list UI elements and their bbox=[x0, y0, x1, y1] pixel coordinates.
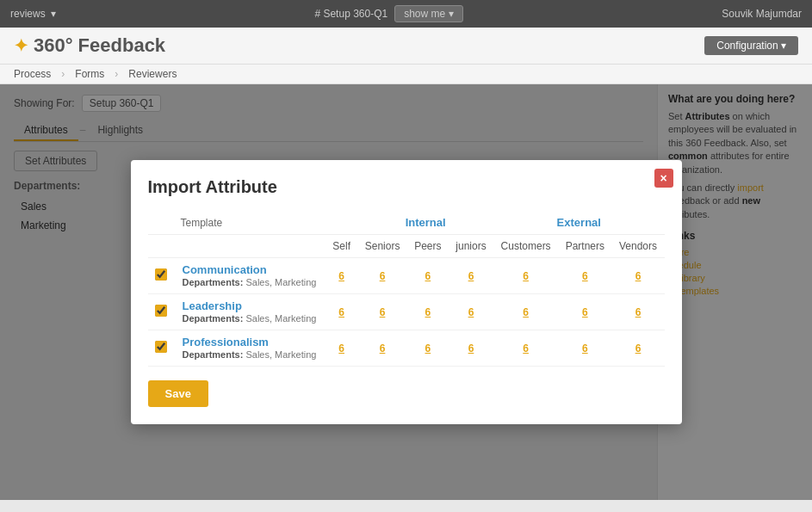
seniors-value[interactable]: 6 bbox=[357, 258, 407, 294]
template-col-header: Template bbox=[174, 211, 326, 235]
template-name[interactable]: Communication bbox=[183, 263, 319, 276]
self-value[interactable]: 6 bbox=[325, 294, 357, 330]
checkbox-col-header bbox=[148, 211, 174, 235]
configuration-button[interactable]: Configuration ▾ bbox=[704, 36, 798, 55]
juniors-value[interactable]: 6 bbox=[449, 330, 493, 367]
vendors-header: Vendors bbox=[611, 235, 664, 258]
app-title: ✦ 360° Feedback bbox=[14, 34, 165, 57]
nav-forms[interactable]: Forms bbox=[75, 68, 104, 80]
checkbox-sub-header bbox=[148, 235, 174, 258]
app-title-text: 360° Feedback bbox=[34, 34, 165, 57]
template-name-cell: Leadership Departments: Sales, Marketing bbox=[174, 294, 326, 330]
partners-header: Partners bbox=[558, 235, 611, 258]
peers-value[interactable]: 6 bbox=[407, 258, 449, 294]
row-checkbox[interactable] bbox=[155, 268, 167, 281]
partners-value[interactable]: 6 bbox=[558, 258, 611, 294]
seniors-header: Seniors bbox=[357, 235, 407, 258]
modal-title: Import Attribute bbox=[148, 177, 665, 197]
show-me-button[interactable]: show me ▾ bbox=[394, 5, 462, 22]
vendors-value[interactable]: 6 bbox=[611, 258, 664, 294]
seniors-value[interactable]: 6 bbox=[357, 294, 407, 330]
row-checkbox-cell bbox=[148, 330, 174, 367]
template-name[interactable]: Leadership bbox=[183, 299, 319, 312]
peers-value[interactable]: 6 bbox=[407, 294, 449, 330]
nav-process[interactable]: Process bbox=[14, 68, 51, 80]
customers-header: Customers bbox=[493, 235, 558, 258]
gear-icon: ✦ bbox=[14, 35, 28, 56]
table-row: Leadership Departments: Sales, Marketing… bbox=[148, 294, 665, 330]
reviews-arrow: ▾ bbox=[51, 8, 56, 20]
setup-label: # Setup 360-Q1 bbox=[314, 8, 387, 20]
customers-value[interactable]: 6 bbox=[493, 258, 558, 294]
user-name: Souvik Majumdar bbox=[722, 8, 802, 20]
partners-value[interactable]: 6 bbox=[558, 330, 611, 367]
internal-group-header: Internal bbox=[357, 211, 493, 235]
row-checkbox[interactable] bbox=[155, 305, 167, 317]
self-value[interactable]: 6 bbox=[325, 258, 357, 294]
sub-nav: Process › Forms › Reviewers bbox=[0, 65, 812, 84]
partners-value[interactable]: 6 bbox=[558, 294, 611, 330]
template-depts: Departments: Sales, Marketing bbox=[183, 313, 317, 324]
top-bar: reviews ▾ # Setup 360-Q1 show me ▾ Souvi… bbox=[0, 0, 812, 28]
row-checkbox-cell bbox=[148, 294, 174, 330]
vendors-value[interactable]: 6 bbox=[611, 294, 664, 330]
modal-close-button[interactable]: × bbox=[654, 169, 673, 188]
table-row: Communication Departments: Sales, Market… bbox=[148, 258, 665, 294]
main-header: ✦ 360° Feedback Configuration ▾ bbox=[0, 28, 812, 65]
attributes-table: Template Internal External Self Seniors … bbox=[148, 211, 665, 367]
juniors-value[interactable]: 6 bbox=[449, 294, 493, 330]
reviews-link[interactable]: reviews bbox=[10, 8, 46, 20]
peers-header: Peers bbox=[407, 235, 449, 258]
template-name-cell: Communication Departments: Sales, Market… bbox=[174, 258, 326, 294]
import-attribute-modal: × Import Attribute Template Internal Ext… bbox=[131, 160, 682, 424]
template-depts: Departments: Sales, Marketing bbox=[183, 277, 317, 287]
save-button[interactable]: Save bbox=[148, 380, 208, 407]
self-col-header bbox=[325, 211, 357, 235]
customers-value[interactable]: 6 bbox=[493, 294, 558, 330]
content-area: Showing For: Setup 360-Q1 Attributes – H… bbox=[0, 84, 812, 500]
table-row: Professionalism Departments: Sales, Mark… bbox=[148, 330, 665, 367]
vendors-value[interactable]: 6 bbox=[611, 330, 664, 367]
row-checkbox[interactable] bbox=[155, 341, 167, 353]
row-checkbox-cell bbox=[148, 258, 174, 294]
nav-reviewers[interactable]: Reviewers bbox=[128, 68, 177, 80]
juniors-value[interactable]: 6 bbox=[449, 258, 493, 294]
self-value[interactable]: 6 bbox=[325, 330, 357, 367]
template-name[interactable]: Professionalism bbox=[183, 336, 319, 349]
modal-overlay: × Import Attribute Template Internal Ext… bbox=[0, 84, 812, 500]
template-sub-header bbox=[174, 235, 326, 258]
seniors-value[interactable]: 6 bbox=[357, 330, 407, 367]
self-header: Self bbox=[325, 235, 357, 258]
peers-value[interactable]: 6 bbox=[407, 330, 449, 367]
template-name-cell: Professionalism Departments: Sales, Mark… bbox=[174, 330, 326, 367]
template-depts: Departments: Sales, Marketing bbox=[183, 349, 317, 360]
external-group-header: External bbox=[493, 211, 664, 235]
customers-value[interactable]: 6 bbox=[493, 330, 558, 367]
juniors-header: juniors bbox=[449, 235, 493, 258]
